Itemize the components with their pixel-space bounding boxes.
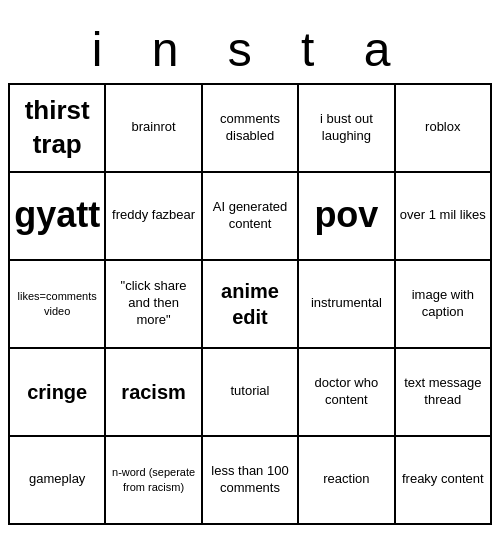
bingo-cell-23: reaction: [299, 437, 395, 525]
bingo-cell-21: n-word (seperate from racism): [106, 437, 202, 525]
bingo-cell-11: "click share and then more": [106, 261, 202, 349]
bingo-cell-8: pov: [299, 173, 395, 261]
bingo-cell-16: racism: [106, 349, 202, 437]
bingo-cell-13: instrumental: [299, 261, 395, 349]
bingo-cell-24: freaky content: [396, 437, 492, 525]
bingo-grid: thirst trapbrainrotcomments disabledi bu…: [8, 83, 492, 525]
bingo-cell-6: freddy fazbear: [106, 173, 202, 261]
bingo-cell-17: tutorial: [203, 349, 299, 437]
bingo-cell-22: less than 100 comments: [203, 437, 299, 525]
bingo-cell-12: anime edit: [203, 261, 299, 349]
bingo-cell-0: thirst trap: [10, 85, 106, 173]
bingo-cell-4: roblox: [396, 85, 492, 173]
bingo-title: i n s t a: [0, 12, 500, 83]
bingo-cell-7: AI generated content: [203, 173, 299, 261]
bingo-cell-1: brainrot: [106, 85, 202, 173]
bingo-cell-3: i bust out laughing: [299, 85, 395, 173]
bingo-cell-15: cringe: [10, 349, 106, 437]
bingo-cell-2: comments disabled: [203, 85, 299, 173]
bingo-cell-10: likes=comments video: [10, 261, 106, 349]
bingo-cell-14: image with caption: [396, 261, 492, 349]
bingo-cell-18: doctor who content: [299, 349, 395, 437]
bingo-card: i n s t a thirst trapbrainrotcomments di…: [0, 12, 500, 533]
bingo-cell-19: text message thread: [396, 349, 492, 437]
bingo-cell-9: over 1 mil likes: [396, 173, 492, 261]
bingo-cell-20: gameplay: [10, 437, 106, 525]
bingo-cell-5: gyatt: [10, 173, 106, 261]
